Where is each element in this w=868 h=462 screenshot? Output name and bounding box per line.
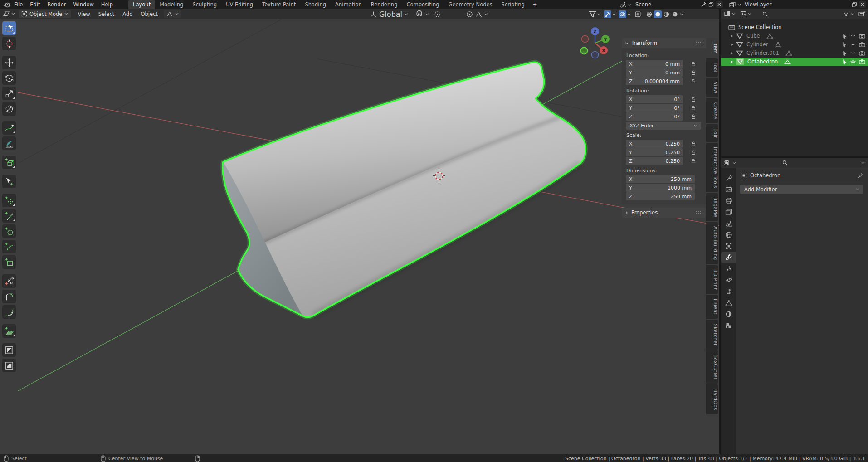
menu-select[interactable]: Select bbox=[94, 11, 118, 17]
menu-window[interactable]: Window bbox=[69, 0, 97, 9]
show-gizmo-toggle[interactable] bbox=[604, 10, 611, 18]
viewport-3d[interactable]: Z Y X Transform Location: bbox=[0, 19, 719, 454]
lock-icon[interactable] bbox=[691, 150, 696, 155]
menu-render[interactable]: Render bbox=[44, 0, 70, 9]
tab-output[interactable] bbox=[721, 195, 736, 206]
snap-target-icon[interactable] bbox=[434, 11, 441, 18]
gizmo-y-axis[interactable]: Y bbox=[601, 35, 610, 43]
sidebar-tab-3d-print[interactable]: 3D-Print bbox=[706, 265, 718, 294]
lock-icon[interactable] bbox=[691, 97, 696, 102]
proportional-falloff-icon[interactable] bbox=[475, 11, 482, 17]
unlink-scene-button[interactable] bbox=[716, 1, 723, 8]
tab-view-layer[interactable] bbox=[721, 207, 736, 218]
outliner-display-mode-dropdown[interactable] bbox=[724, 11, 736, 17]
selectable-icon[interactable] bbox=[842, 42, 847, 48]
scene-name[interactable]: Scene bbox=[634, 1, 699, 8]
tool-add-point[interactable] bbox=[2, 194, 16, 207]
new-scene-icon[interactable] bbox=[708, 2, 714, 7]
properties-options-chevron-icon[interactable] bbox=[861, 162, 865, 164]
scene-browse-chevron-icon[interactable] bbox=[628, 4, 632, 6]
snap-options-chevron-icon[interactable] bbox=[425, 13, 429, 15]
mode-dropdown[interactable]: Object Mode bbox=[19, 10, 71, 18]
menu-file[interactable]: File bbox=[10, 0, 26, 9]
workspace-tab-layout[interactable]: Layout bbox=[128, 0, 155, 9]
outliner-row-cylinder[interactable]: Cylinder bbox=[721, 40, 868, 49]
outliner-row-cube[interactable]: Cube bbox=[721, 32, 868, 40]
eye-open-icon[interactable] bbox=[850, 59, 856, 64]
add-workspace-button[interactable]: + bbox=[529, 0, 541, 9]
dimensions-y-field[interactable]: Y1000 mm bbox=[626, 184, 695, 192]
tool-measure[interactable] bbox=[2, 136, 16, 150]
outliner-row-scene-collection[interactable]: Scene Collection bbox=[721, 23, 868, 31]
camera-visibility-icon[interactable] bbox=[859, 42, 865, 47]
tab-object[interactable] bbox=[721, 241, 736, 252]
proportional-editing-icon[interactable] bbox=[466, 11, 473, 18]
eye-closed-icon[interactable] bbox=[850, 51, 856, 55]
selectable-icon[interactable] bbox=[842, 33, 847, 39]
dimensions-z-field[interactable]: Z250 mm bbox=[626, 192, 695, 200]
tool-add-arc[interactable] bbox=[2, 240, 16, 253]
sidebar-tab-create[interactable]: Create bbox=[706, 98, 718, 123]
tab-particles[interactable] bbox=[721, 263, 736, 274]
rotation-mode-dropdown[interactable]: XYZ Euler bbox=[626, 122, 701, 130]
expand-icon[interactable] bbox=[730, 60, 734, 64]
object-visibility-icon[interactable] bbox=[589, 10, 596, 18]
tab-texture[interactable] bbox=[721, 320, 736, 331]
scene-selector[interactable]: Scene bbox=[618, 0, 725, 9]
workspace-tab-sculpting[interactable]: Sculpting bbox=[188, 0, 221, 9]
new-collection-button[interactable] bbox=[858, 11, 865, 17]
sidebar-tab-tool[interactable]: Tool bbox=[706, 58, 718, 77]
outliner-filter-dropdown[interactable] bbox=[843, 11, 854, 17]
tool-add-circle[interactable] bbox=[2, 224, 16, 238]
panel-grip-icon[interactable] bbox=[696, 211, 703, 214]
lock-icon[interactable] bbox=[691, 78, 696, 84]
editor-type-button[interactable] bbox=[3, 10, 15, 17]
tab-render[interactable] bbox=[721, 184, 736, 195]
remove-view-layer-button[interactable] bbox=[859, 1, 866, 8]
tab-physics[interactable] bbox=[721, 275, 736, 286]
workspace-tab-modeling[interactable]: Modeling bbox=[155, 0, 188, 9]
sidebar-tab-edit[interactable]: Edit bbox=[706, 124, 718, 142]
camera-visibility-icon[interactable] bbox=[859, 50, 865, 56]
scale-y-field[interactable]: Y0.250 bbox=[626, 148, 683, 156]
tool-fillet[interactable] bbox=[2, 290, 16, 303]
tool-hardops[interactable] bbox=[2, 359, 16, 372]
overlays-chevron-icon[interactable] bbox=[627, 13, 631, 15]
selected-object-octahedron[interactable] bbox=[223, 62, 586, 317]
tool-rotate[interactable] bbox=[2, 71, 16, 85]
tool-annotate[interactable] bbox=[2, 121, 16, 135]
workspace-tab-shading[interactable]: Shading bbox=[300, 0, 331, 9]
lock-icon[interactable] bbox=[691, 70, 696, 75]
lock-icon[interactable] bbox=[691, 114, 696, 119]
tab-world[interactable] bbox=[721, 229, 736, 240]
camera-visibility-icon[interactable] bbox=[859, 33, 865, 39]
sidebar-tab-bagapie[interactable]: BagaPie bbox=[706, 193, 718, 221]
proportional-options-chevron-icon[interactable] bbox=[484, 13, 488, 15]
new-view-layer-icon[interactable] bbox=[852, 2, 857, 7]
tool-options-dropdown[interactable] bbox=[164, 10, 181, 18]
rotation-x-field[interactable]: X0° bbox=[626, 95, 683, 103]
snap-magnet-icon[interactable] bbox=[415, 10, 423, 18]
tool-cursor[interactable] bbox=[2, 37, 16, 50]
tool-add-grid[interactable] bbox=[2, 324, 16, 338]
transform-panel-header[interactable]: Transform bbox=[622, 38, 706, 48]
shading-chevron-icon[interactable] bbox=[680, 13, 683, 15]
location-x-field[interactable]: X0 mm bbox=[626, 60, 683, 68]
menu-add[interactable]: Add bbox=[118, 11, 137, 17]
transform-orientation-dropdown[interactable]: Global bbox=[370, 9, 408, 19]
shading-solid-button[interactable] bbox=[654, 10, 662, 18]
scale-x-field[interactable]: X0.250 bbox=[626, 140, 683, 148]
properties-panel-header[interactable]: Properties bbox=[622, 208, 706, 218]
gizmo-z-axis[interactable]: Z bbox=[591, 27, 599, 35]
sidebar-tab-hardops[interactable]: HardOps bbox=[706, 384, 718, 414]
tool-tweak-add[interactable] bbox=[2, 175, 16, 188]
tab-object-data[interactable] bbox=[721, 297, 736, 308]
menu-object[interactable]: Object bbox=[137, 11, 162, 17]
tool-select-box[interactable] bbox=[2, 21, 16, 35]
tool-scale[interactable] bbox=[2, 87, 16, 100]
workspace-tab-geometry-nodes[interactable]: Geometry Nodes bbox=[444, 0, 497, 9]
navigation-gizmo[interactable]: Z Y X bbox=[577, 20, 615, 59]
gizmo-negative-y[interactable] bbox=[581, 48, 588, 54]
eye-closed-icon[interactable] bbox=[850, 42, 856, 47]
tool-add-rectangle[interactable] bbox=[2, 255, 16, 269]
